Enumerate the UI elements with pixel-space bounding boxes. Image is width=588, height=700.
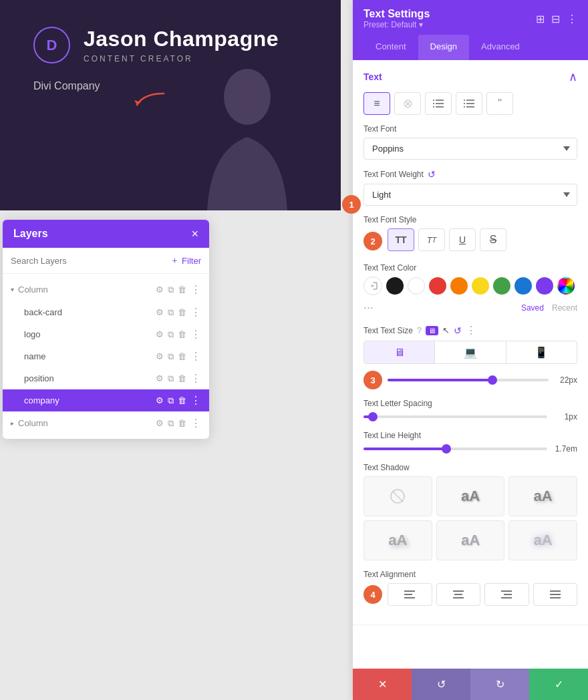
desktop-icon[interactable]: 🖥 [426,326,438,335]
duplicate-icon[interactable]: ⧉ [168,418,174,429]
color-swatch-purple[interactable] [536,277,553,295]
color-swatch-link[interactable] [363,277,382,295]
layer-item-column-2[interactable]: ▸ Column ⚙ ⧉ 🗑 ⋮ [3,411,209,435]
gear-icon[interactable]: ⚙ [156,351,164,361]
layer-item-column-1[interactable]: ▾ Column ⚙ ⧉ 🗑 ⋮ [3,278,209,301]
color-swatch-custom[interactable] [557,277,575,295]
cancel-button[interactable]: ✕ [353,669,412,700]
line-height-slider[interactable] [363,448,547,450]
shadow-none-btn[interactable] [363,476,432,516]
underline-btn[interactable]: U [449,228,476,251]
shadow-style-1-btn[interactable]: aA [436,476,505,516]
recent-label[interactable]: Recent [552,303,577,313]
layer-item-position[interactable]: position ⚙ ⧉ 🗑 ⋮ [3,367,209,389]
confirm-button[interactable]: ✓ [529,669,588,700]
italic-btn[interactable]: TT [418,228,445,251]
redo-button[interactable]: ↻ [470,669,529,700]
more-icon[interactable]: ⋮ [190,328,201,341]
shadow-style-2-btn[interactable]: aA [508,476,577,516]
color-swatch-red[interactable] [429,277,446,295]
color-swatch-orange[interactable] [450,277,468,295]
duplicate-icon[interactable]: ⧉ [168,285,174,295]
color-swatch-yellow[interactable] [472,277,489,295]
delete-icon[interactable]: 🗑 [178,285,186,295]
layout-icon[interactable]: ⊟ [551,13,560,25]
color-swatch-blue[interactable] [514,277,532,295]
reset-button[interactable]: ↺ [412,669,470,700]
more-options-icon[interactable]: ⋮ [567,13,577,25]
more-icon[interactable]: ⋮ [190,283,201,296]
text-font-select[interactable]: Poppins [363,138,577,160]
layer-item-name[interactable]: name ⚙ ⧉ 🗑 ⋮ [3,345,209,367]
reset-font-weight-icon[interactable]: ↺ [428,169,436,180]
align-center-bottom-btn[interactable] [436,583,481,606]
more-icon[interactable]: ⋮ [190,372,201,385]
more-colors-icon[interactable]: ··· [363,301,374,315]
chevron-down-icon: ▾ [11,286,14,293]
shadow-style-3-btn[interactable]: aA [363,520,432,560]
strikethrough-btn[interactable]: S [480,228,506,251]
layer-item-logo[interactable]: logo ⚙ ⧉ 🗑 ⋮ [3,323,209,345]
duplicate-icon[interactable]: ⧉ [168,329,174,340]
color-swatch-green[interactable] [493,277,510,295]
saved-label[interactable]: Saved [521,303,544,313]
layers-search-input[interactable] [11,256,165,266]
delete-icon[interactable]: 🗑 [178,307,186,317]
text-font-weight-select[interactable]: Light [363,184,577,206]
text-font-weight-group: Text Font Weight ↺ Light [363,169,577,206]
desktop-tab[interactable]: 🖥 [364,341,435,363]
more-size-icon[interactable]: ⋮ [466,324,476,337]
letter-spacing-group: Text Letter Spacing 1px [363,399,577,421]
color-swatch-black[interactable] [386,277,404,295]
more-icon[interactable]: ⋮ [190,350,201,363]
align-right-bottom-btn[interactable] [484,583,529,606]
color-swatch-white[interactable] [408,277,425,295]
gear-icon[interactable]: ⚙ [156,418,164,428]
duplicate-icon[interactable]: ⧉ [168,351,174,362]
reset-size-icon[interactable]: ↺ [454,325,462,336]
tab-design[interactable]: Design [418,35,469,60]
align-none-btn[interactable]: ⊗ [394,92,421,115]
gear-icon[interactable]: ⚙ [156,395,164,405]
shadow-style-5-btn[interactable]: aA [508,520,577,560]
text-font-weight-label: Text Font Weight ↺ [363,169,577,180]
letter-spacing-slider[interactable] [363,415,547,418]
gear-icon[interactable]: ⚙ [156,329,164,339]
delete-icon[interactable]: 🗑 [178,373,186,383]
delete-icon[interactable]: 🗑 [178,329,186,339]
gear-icon[interactable]: ⚙ [156,307,164,317]
more-icon[interactable]: ⋮ [190,306,201,319]
duplicate-icon[interactable]: ⧉ [168,307,174,318]
cursor-icon[interactable]: ↖ [442,325,450,335]
tab-content[interactable]: Content [363,35,418,60]
text-section: Text ∧ ≡ ⊗ [353,60,588,625]
size-slider[interactable] [388,379,549,381]
duplicate-icon[interactable]: ⧉ [168,373,174,384]
align-ordered-btn[interactable] [456,92,482,115]
settings-preset[interactable]: Preset: Default ▾ [363,20,430,29]
delete-icon[interactable]: 🗑 [178,395,186,405]
layers-close-button[interactable]: × [191,228,198,240]
mobile-tab[interactable]: 📱 [506,341,577,363]
tab-advanced[interactable]: Advanced [469,35,532,60]
more-icon[interactable]: ⋮ [190,417,201,429]
gear-icon[interactable]: ⚙ [156,373,164,383]
delete-icon[interactable]: 🗑 [178,351,186,361]
more-icon[interactable]: ⋮ [190,394,201,407]
align-justify-bottom-btn[interactable] [533,583,578,606]
gear-icon[interactable]: ⚙ [156,285,164,295]
layer-item-company[interactable]: company ⚙ ⧉ 🗑 ⋮ [3,389,209,411]
align-left-btn[interactable]: ≡ [363,92,390,115]
expand-icon[interactable]: ⊞ [536,13,545,25]
layers-filter-button[interactable]: ＋ Filter [170,254,201,267]
bold-btn[interactable]: TT [388,228,414,251]
tablet-tab[interactable]: 💻 [435,341,506,363]
collapse-icon[interactable]: ∧ [569,69,577,84]
align-list-btn[interactable] [425,92,452,115]
layer-item-back-card[interactable]: back-card ⚙ ⧉ 🗑 ⋮ [3,301,209,323]
align-left-bottom-btn[interactable] [388,583,432,606]
duplicate-icon[interactable]: ⧉ [168,395,174,406]
shadow-style-4-btn[interactable]: aA [436,520,505,560]
delete-icon[interactable]: 🗑 [178,418,186,428]
blockquote-btn[interactable]: " [486,92,513,115]
